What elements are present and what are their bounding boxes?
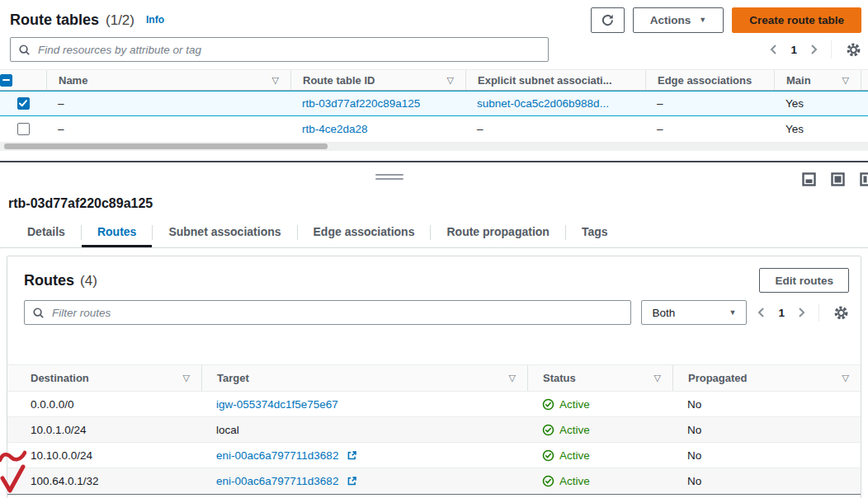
create-route-table-button[interactable]: Create route table xyxy=(732,7,861,33)
main-cell: Yes xyxy=(774,92,861,115)
status-text: Active xyxy=(559,398,590,411)
sort-icon: ▽ xyxy=(842,75,849,86)
subnet-cell: – xyxy=(465,116,645,142)
vpc-route-tables-console: Route tables (1/2) Info Actions ▼ Create… xyxy=(0,0,868,498)
routes-header-row: Destination▽ Target▽ Status▽ Propagated▽ xyxy=(7,364,861,392)
panel-side-layout-icon[interactable] xyxy=(860,172,868,186)
destination-cell: 10.0.1.0/24 xyxy=(7,417,201,442)
destination-cell: 100.64.0.1/32 xyxy=(7,468,201,494)
split-panel-drag-handle[interactable] xyxy=(375,174,403,182)
routes-table: Destination▽ Target▽ Status▽ Propagated▽… xyxy=(7,364,861,495)
tab-edge-associations[interactable]: Edge associations xyxy=(298,218,431,247)
settings-gear-icon[interactable] xyxy=(833,305,849,321)
destination-cell: 0.0.0.0/0 xyxy=(7,392,201,416)
propagated-cell: No xyxy=(672,417,861,442)
route-row: 0.0.0.0/0 igw-055374dc1f5e75e67 Active N… xyxy=(7,392,861,417)
subnet-link[interactable]: subnet-0ca5c2d06b988d... xyxy=(477,97,609,110)
tab-details[interactable]: Details xyxy=(12,218,81,247)
settings-gear-icon[interactable] xyxy=(846,42,861,58)
target-cell: local xyxy=(201,417,527,442)
list-header: Route tables (1/2) Info Actions ▼ Create… xyxy=(10,5,861,35)
column-header-propagated[interactable]: Propagated▽ xyxy=(672,365,861,391)
selection-count: (1/2) xyxy=(106,12,134,29)
page-number[interactable]: 1 xyxy=(778,307,785,319)
actions-button[interactable]: Actions ▼ xyxy=(633,7,724,33)
column-header-destination[interactable]: Destination▽ xyxy=(7,365,201,391)
target-link[interactable]: igw-055374dc1f5e75e67 xyxy=(216,398,338,411)
column-header-status[interactable]: Status▽ xyxy=(527,365,672,391)
chevron-down-icon: ▼ xyxy=(729,308,737,317)
next-page-icon[interactable] xyxy=(797,307,806,318)
route-row: 10.10.0.0/24 eni-00ac6a797711d3682 Activ… xyxy=(7,443,861,468)
target-link[interactable]: eni-00ac6a797711d3682 xyxy=(216,449,338,462)
list-toolbar: 1 xyxy=(10,36,861,63)
search-input[interactable] xyxy=(36,43,548,57)
next-page-icon[interactable] xyxy=(809,44,818,55)
status-check-icon xyxy=(542,449,554,462)
name-cell: – xyxy=(46,116,290,142)
status-check-icon xyxy=(542,475,554,487)
route-row: 100.64.0.1/32 eni-00ac6a797711d3682 Acti… xyxy=(7,468,861,494)
route-scope-select[interactable]: Both ▼ xyxy=(641,300,747,325)
route-row: 10.0.1.0/24 local Active No xyxy=(7,417,861,443)
info-link[interactable]: Info xyxy=(146,14,164,26)
status-check-icon xyxy=(542,398,554,411)
actions-label: Actions xyxy=(650,14,691,26)
route-table-id-link[interactable]: rtb-4ce2da28 xyxy=(302,123,368,135)
sort-icon: ▽ xyxy=(272,75,279,86)
propagated-cell: No xyxy=(672,443,861,467)
tab-tags[interactable]: Tags xyxy=(566,218,624,247)
page-title-group: Route tables (1/2) Info xyxy=(10,12,164,29)
status-text: Active xyxy=(559,449,590,462)
chevron-down-icon: ▼ xyxy=(699,16,706,24)
filter-routes-input[interactable] xyxy=(50,306,630,320)
header-actions: Actions ▼ Create route table xyxy=(591,7,861,33)
tab-route-propagation[interactable]: Route propagation xyxy=(431,218,564,247)
column-header-target[interactable]: Target▽ xyxy=(201,365,527,391)
sort-icon: ▽ xyxy=(654,373,661,383)
column-header-edge-associations[interactable]: Edge associations xyxy=(645,70,774,90)
divider xyxy=(818,303,819,322)
status-text: Active xyxy=(559,424,590,436)
routes-filter-bar: Both ▼ 1 xyxy=(7,298,861,335)
edit-routes-button[interactable]: Edit routes xyxy=(759,268,849,293)
routes-count: (4) xyxy=(80,273,97,289)
propagated-cell: No xyxy=(672,468,861,494)
row-checkbox[interactable] xyxy=(17,97,30,110)
tab-routes[interactable]: Routes xyxy=(82,218,152,247)
column-header-main[interactable]: Main▽ xyxy=(774,70,861,90)
prev-page-icon[interactable] xyxy=(769,44,778,55)
edge-cell: – xyxy=(645,92,774,115)
sort-icon: ▽ xyxy=(842,373,849,383)
propagated-cell: No xyxy=(672,392,861,416)
column-header-route-table-id[interactable]: Route table ID▽ xyxy=(290,70,465,90)
tab-subnet-associations[interactable]: Subnet associations xyxy=(153,218,296,247)
table-row: – rtb-03d77af220c89a125 subnet-0ca5c2d06… xyxy=(0,91,868,116)
table-row: – rtb-4ce2da28 – – Yes xyxy=(0,116,868,142)
divider xyxy=(831,40,832,59)
route-tables-table: Name▽ Route table ID▽ Explicit subnet as… xyxy=(0,69,868,142)
destination-cell: 10.10.0.0/24 xyxy=(7,443,201,467)
routes-filter xyxy=(24,300,631,325)
page-number[interactable]: 1 xyxy=(790,44,797,56)
external-link-icon[interactable] xyxy=(347,476,357,486)
search-icon xyxy=(18,44,31,56)
panel-layout-controls xyxy=(802,172,868,186)
edge-cell: – xyxy=(645,116,774,142)
route-table-id-link[interactable]: rtb-03d77af220c89a125 xyxy=(302,97,420,110)
row-checkbox[interactable] xyxy=(17,123,30,135)
column-header-explicit-subnet[interactable]: Explicit subnet associati... xyxy=(465,70,645,90)
external-link-icon[interactable] xyxy=(347,450,357,461)
detail-pane-title: rtb-03d77af220c89a125 xyxy=(8,196,153,211)
panel-full-layout-icon[interactable] xyxy=(831,172,845,186)
prev-page-icon[interactable] xyxy=(757,307,766,318)
table-header-row: Name▽ Route table ID▽ Explicit subnet as… xyxy=(0,69,868,91)
select-all-checkbox[interactable] xyxy=(0,74,12,87)
panel-bottom-layout-icon[interactable] xyxy=(802,172,816,186)
column-header-name[interactable]: Name▽ xyxy=(46,70,290,90)
name-cell: – xyxy=(46,92,290,115)
resource-search xyxy=(10,37,549,62)
refresh-button[interactable] xyxy=(591,7,625,33)
scrollbar-thumb[interactable] xyxy=(4,143,328,149)
target-link[interactable]: eni-00ac6a797711d3682 xyxy=(216,475,338,487)
